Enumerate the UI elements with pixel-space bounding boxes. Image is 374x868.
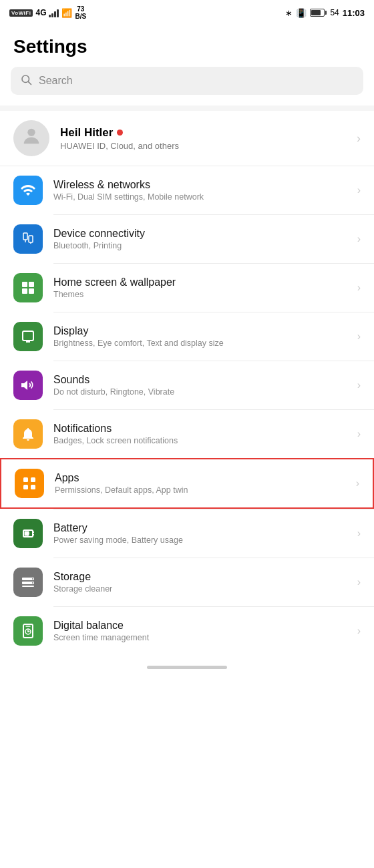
settings-item-home-screen[interactable]: Home screen & wallpaper Themes ›: [0, 264, 374, 312]
apps-title: Apps: [55, 472, 188, 484]
svg-rect-17: [23, 485, 28, 489]
battery-sub: Power saving mode, Battery usage: [53, 535, 183, 545]
storage-chevron-icon: ›: [357, 576, 361, 588]
search-placeholder: Search: [39, 75, 73, 87]
home-screen-chevron-icon: ›: [357, 282, 361, 294]
battery-percent: 54: [330, 8, 339, 17]
svg-rect-25: [22, 586, 34, 587]
sounds-sub: Do not disturb, Ringtone, Vibrate: [53, 387, 174, 397]
svg-rect-11: [23, 331, 33, 341]
home-screen-sub: Themes: [53, 290, 176, 299]
svg-rect-3: [23, 233, 27, 240]
display-text: Display Brightness, Eye comfort, Text an…: [53, 325, 224, 348]
display-icon: [13, 322, 43, 351]
home-screen-icon: [13, 273, 43, 302]
svg-rect-8: [29, 282, 34, 287]
digital-balance-sub: Screen time management: [53, 633, 149, 642]
search-icon: [20, 73, 32, 88]
display-title: Display: [53, 325, 224, 337]
sounds-text: Sounds Do not disturb, Ringtone, Vibrate: [53, 374, 174, 397]
settings-item-storage[interactable]: Storage Storage cleaner ›: [0, 558, 374, 606]
settings-item-digital-balance[interactable]: Digital balance Screen time management ›: [0, 607, 374, 655]
settings-item-display[interactable]: Display Brightness, Eye comfort, Text an…: [0, 312, 374, 361]
settings-item-wireless[interactable]: Wireless & networks Wi-Fi, Dual SIM sett…: [0, 166, 374, 214]
vowifi-badge: VoWiFi: [9, 9, 33, 17]
battery-chevron-icon: ›: [357, 527, 361, 539]
device-connectivity-title: Device connectivity: [53, 228, 145, 240]
svg-marker-14: [21, 381, 27, 390]
apps-chevron-icon: ›: [356, 477, 359, 489]
svg-rect-7: [22, 282, 27, 287]
settings-item-apps[interactable]: Apps Permissions, Default apps, App twin…: [0, 458, 374, 509]
device-connectivity-chevron-icon: ›: [357, 233, 361, 245]
settings-item-device-connectivity[interactable]: Device connectivity Bluetooth, Printing …: [0, 215, 374, 263]
storage-title: Storage: [53, 571, 112, 583]
display-chevron-icon: ›: [357, 331, 361, 343]
speed-label: 73B/S: [75, 5, 86, 20]
wireless-title: Wireless & networks: [53, 179, 204, 191]
digital-balance-text: Digital balance Screen time management: [53, 620, 149, 642]
svg-rect-4: [29, 236, 33, 242]
svg-point-26: [32, 578, 33, 580]
profile-info: Heil Hitler HUAWEI ID, Cloud, and others: [60, 126, 179, 151]
search-bar[interactable]: Search: [11, 67, 363, 95]
svg-rect-18: [31, 485, 35, 489]
profile-subtitle: HUAWEI ID, Cloud, and others: [60, 141, 179, 151]
profile-name: Heil Hitler: [60, 126, 179, 140]
svg-rect-10: [29, 288, 34, 294]
battery-title: Battery: [53, 522, 183, 534]
network-type: 4G: [35, 8, 46, 17]
display-sub: Brightness, Eye comfort, Text and displa…: [53, 339, 224, 348]
digital-balance-title: Digital balance: [53, 620, 149, 632]
section-divider: [0, 105, 374, 111]
page-title: Settings: [0, 24, 374, 67]
sounds-title: Sounds: [53, 374, 174, 386]
notifications-title: Notifications: [53, 423, 178, 435]
digital-balance-icon: [13, 616, 43, 646]
status-left: VoWiFi 4G 📶 73B/S: [9, 5, 86, 20]
apps-text: Apps Permissions, Default apps, App twin: [55, 472, 188, 495]
storage-icon: [13, 568, 43, 597]
wifi-icon: 📶: [61, 8, 72, 18]
wireless-sub: Wi-Fi, Dual SIM settings, Mobile network: [53, 192, 204, 202]
digital-balance-chevron-icon: ›: [357, 625, 361, 637]
notifications-text: Notifications Badges, Lock screen notifi…: [53, 423, 178, 445]
sounds-icon: [13, 371, 43, 400]
battery-text: Battery Power saving mode, Battery usage: [53, 522, 183, 545]
svg-point-27: [32, 582, 33, 584]
settings-list: Wireless & networks Wi-Fi, Dual SIM sett…: [0, 166, 374, 655]
status-right: ∗ 📳 54 11:03: [285, 8, 365, 18]
battery-icon: [13, 519, 43, 548]
wireless-icon: [13, 176, 43, 205]
storage-text: Storage Storage cleaner: [53, 571, 112, 594]
apps-icon: [15, 469, 44, 498]
device-connectivity-text: Device connectivity Bluetooth, Printing: [53, 228, 145, 250]
svg-rect-15: [23, 477, 28, 482]
settings-item-sounds[interactable]: Sounds Do not disturb, Ringtone, Vibrate…: [0, 361, 374, 409]
device-connectivity-sub: Bluetooth, Printing: [53, 241, 145, 250]
home-pill: [147, 666, 227, 669]
home-screen-title: Home screen & wallpaper: [53, 276, 176, 288]
profile-row[interactable]: Heil Hitler HUAWEI ID, Cloud, and others…: [0, 111, 374, 166]
home-indicator: [0, 655, 374, 676]
settings-item-battery[interactable]: Battery Power saving mode, Battery usage…: [0, 509, 374, 558]
signal-bars-icon: [49, 8, 59, 17]
vibrate-icon: 📳: [296, 8, 307, 18]
svg-rect-9: [22, 288, 27, 294]
wireless-chevron-icon: ›: [357, 184, 361, 196]
notifications-sub: Badges, Lock screen notifications: [53, 436, 178, 445]
sounds-chevron-icon: ›: [357, 379, 361, 391]
apps-sub: Permissions, Default apps, App twin: [55, 485, 188, 495]
avatar: [13, 120, 49, 156]
settings-item-notifications[interactable]: Notifications Badges, Lock screen notifi…: [0, 410, 374, 458]
time-display: 11:03: [343, 8, 365, 18]
wireless-text: Wireless & networks Wi-Fi, Dual SIM sett…: [53, 179, 204, 202]
notifications-chevron-icon: ›: [357, 428, 361, 440]
storage-sub: Storage cleaner: [53, 584, 112, 594]
status-bar: VoWiFi 4G 📶 73B/S ∗ 📳 54 11:03: [0, 0, 374, 24]
device-connectivity-icon: [13, 224, 43, 254]
svg-line-1: [28, 81, 31, 84]
battery-status-icon: [310, 9, 327, 17]
svg-point-2: [27, 128, 35, 136]
svg-rect-16: [31, 477, 35, 482]
